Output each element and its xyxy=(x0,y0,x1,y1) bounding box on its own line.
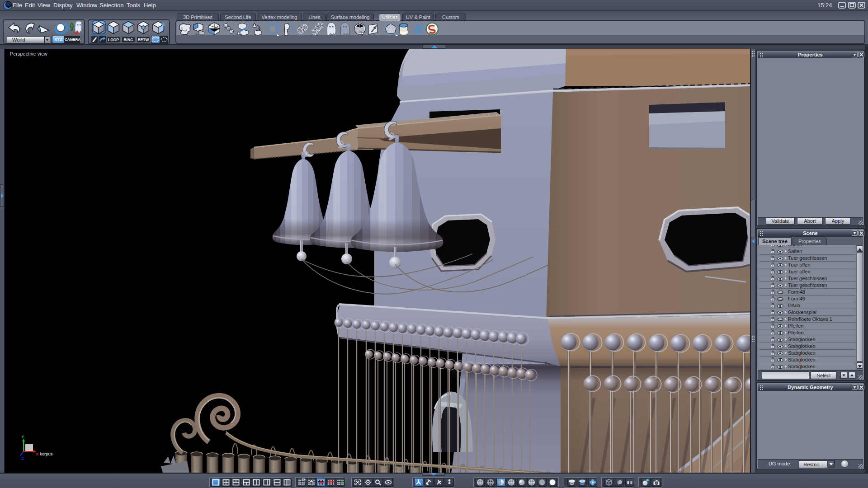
svg-text:korpus: korpus xyxy=(40,451,53,456)
svg-text:Z: Z xyxy=(21,455,24,460)
svg-text:X: X xyxy=(36,451,39,456)
svg-text:Y: Y xyxy=(21,434,24,439)
svg-text:Perspective view: Perspective view xyxy=(10,52,47,56)
